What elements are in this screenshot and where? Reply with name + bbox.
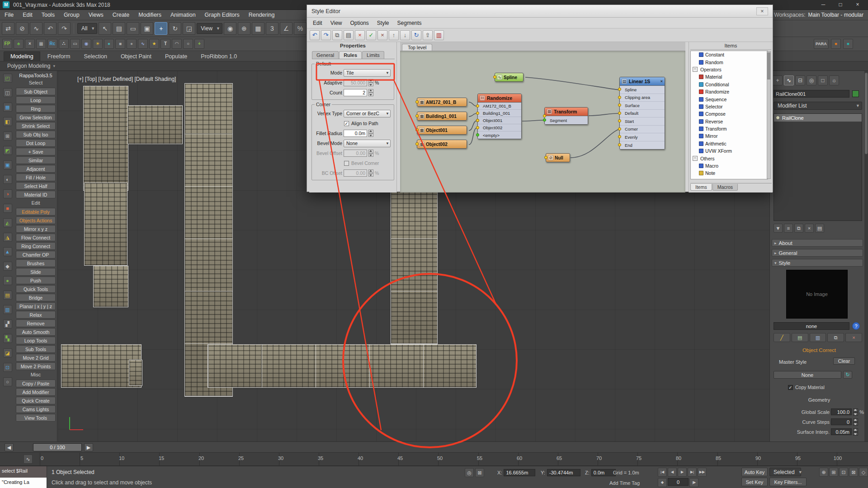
- left-toolbar-icon[interactable]: ⊡: [3, 363, 12, 372]
- item-note[interactable]: Note: [691, 169, 768, 177]
- menu-item[interactable]: Graph Editors: [200, 10, 244, 20]
- select-and-scale-icon[interactable]: ◲: [183, 22, 195, 35]
- input-port[interactable]: [618, 96, 621, 99]
- play-animation-icon[interactable]: ▶: [678, 468, 687, 477]
- next-key-icon[interactable]: |▶: [689, 478, 698, 487]
- rectangular-selection-icon[interactable]: ▭: [127, 22, 139, 35]
- modify-tab-icon[interactable]: ∿: [784, 75, 794, 85]
- item-compose[interactable]: Compose: [691, 110, 768, 117]
- left-toolbar-icon[interactable]: ◫: [3, 88, 12, 97]
- copy-material-checkbox[interactable]: ✓ Copy Material: [788, 385, 825, 390]
- item-selector[interactable]: Selector: [691, 103, 768, 110]
- items-panel-tab[interactable]: Items: [690, 184, 712, 191]
- custom-toolbar-icon[interactable]: ■: [115, 39, 125, 49]
- rappatools-button[interactable]: Objects Actions: [16, 216, 56, 224]
- canvas-tab-top-level[interactable]: Top level: [402, 44, 432, 51]
- workspace-selector[interactable]: Workspaces: Main Toolbar - modular: [774, 12, 863, 18]
- field-of-view-icon[interactable]: ◇: [859, 468, 868, 477]
- left-toolbar-icon[interactable]: ▞: [3, 319, 12, 328]
- node-input-row[interactable]: Object002: [478, 124, 521, 131]
- custom-toolbar-icon[interactable]: ∴: [59, 39, 69, 49]
- building-tile[interactable]: [84, 183, 127, 266]
- style-map-name-field[interactable]: none: [774, 322, 849, 330]
- node-canvas[interactable]: ∿ Spline ▦ AM172_001_B: [400, 51, 685, 192]
- node-input-row[interactable]: Corner: [620, 126, 665, 134]
- rappatools-button[interactable]: Copy / Paste: [16, 380, 56, 387]
- set-key-selection-dropdown[interactable]: Selected▼: [769, 468, 801, 476]
- properties-tab[interactable]: Limits: [362, 51, 384, 59]
- menu-item[interactable]: Rendering: [244, 10, 279, 20]
- style-editor-menu-item[interactable]: Edit: [309, 18, 326, 28]
- custom-toolbar-icon[interactable]: FP: [2, 39, 12, 49]
- global-scale-field[interactable]: 100.0: [831, 408, 852, 415]
- output-port[interactable]: [493, 75, 496, 79]
- redo-icon[interactable]: ↷: [321, 30, 331, 40]
- use-pivot-center-icon[interactable]: ◉: [224, 22, 236, 35]
- rappatools-button[interactable]: Adjacent: [16, 165, 56, 173]
- rappatools-button[interactable]: Push: [16, 277, 56, 284]
- zoom-extents-all-icon[interactable]: ⊠: [849, 468, 858, 477]
- align-to-path-checkbox[interactable]: ✓: [344, 121, 349, 126]
- node-input-row[interactable]: AM172_001_B: [478, 103, 521, 110]
- item-material[interactable]: Material: [691, 73, 768, 80]
- orange-tool-icon[interactable]: ■: [831, 39, 841, 49]
- custom-toolbar-icon[interactable]: ♣: [14, 39, 24, 49]
- listener-script-line[interactable]: "Creating La: [0, 478, 47, 488]
- close-icon[interactable]: ×: [756, 7, 768, 15]
- output-port[interactable]: [415, 114, 419, 117]
- left-toolbar-icon[interactable]: ●: [3, 276, 12, 285]
- node-input-row[interactable]: End: [620, 141, 665, 150]
- item-transform[interactable]: Transform: [691, 125, 768, 132]
- custom-toolbar-icon[interactable]: ★: [149, 39, 159, 49]
- display-tab-icon[interactable]: □: [818, 75, 828, 85]
- rappatools-button[interactable]: Chamfer OP: [16, 251, 56, 258]
- go-to-end-icon[interactable]: ▶▶: [698, 468, 707, 477]
- viewport-label[interactable]: [+] [Top] [User Defined] [Default Shadin…: [77, 76, 176, 82]
- modifier-list-dropdown[interactable]: Modifier List▼: [774, 102, 862, 110]
- rappatools-button[interactable]: Similar: [16, 156, 56, 164]
- left-toolbar-icon[interactable]: ◧: [3, 117, 12, 126]
- building-strip[interactable]: [391, 191, 438, 344]
- left-toolbar-icon[interactable]: ○: [3, 377, 12, 386]
- rappatools-button[interactable]: Grow Selection: [16, 113, 56, 121]
- ribbon-tab[interactable]: ProRibbon 1.0: [194, 52, 243, 61]
- node-input-row[interactable]: Object001: [478, 117, 521, 124]
- custom-toolbar-icon[interactable]: ▭: [70, 39, 80, 49]
- rollout-general[interactable]: ▸ General: [772, 249, 863, 257]
- node-input-row[interactable]: Surface: [620, 102, 665, 110]
- custom-toolbar-icon[interactable]: +: [194, 39, 204, 49]
- item-conditional[interactable]: Conditional: [691, 81, 768, 88]
- sync-icon[interactable]: ↻: [843, 371, 852, 379]
- custom-toolbar-icon[interactable]: ×: [25, 39, 35, 49]
- redo-icon[interactable]: ↷: [58, 22, 71, 35]
- node-input-row[interactable]: Default: [620, 110, 665, 118]
- checkbox-icon[interactable]: ✓: [788, 385, 793, 390]
- item-uvw-xform[interactable]: UVW XForm: [691, 147, 768, 155]
- node-input-row[interactable]: Evenly: [620, 133, 665, 141]
- rappatools-button[interactable]: Ring Connect: [16, 242, 56, 250]
- item-reverse[interactable]: Reverse: [691, 118, 768, 125]
- style-editor-menu-item[interactable]: Style: [373, 18, 393, 28]
- rappatools-button[interactable]: Add Modifier: [16, 388, 56, 396]
- input-port[interactable]: [618, 112, 621, 115]
- spinner[interactable]: [368, 130, 373, 137]
- output-port[interactable]: [415, 142, 419, 145]
- angle-snap-icon[interactable]: ∠: [280, 22, 292, 35]
- item-arithmetic[interactable]: Arithmetic: [691, 140, 768, 147]
- items-group-operators[interactable]: Operators: [691, 66, 768, 73]
- remove-modifier-icon[interactable]: ×: [805, 224, 814, 233]
- ribbon-tab[interactable]: Populate: [159, 52, 193, 61]
- rappatools-button[interactable]: Quick Create: [16, 397, 56, 404]
- configure-modifier-sets-icon[interactable]: ▤: [815, 224, 824, 233]
- rappatools-button[interactable]: Slide: [16, 268, 56, 276]
- adaptive-field[interactable]: 50.000: [344, 79, 367, 86]
- custom-toolbar-icon[interactable]: ▦: [36, 39, 46, 49]
- object-color-swatch[interactable]: [852, 90, 859, 97]
- input-port[interactable]: [618, 103, 621, 107]
- zoom-all-icon[interactable]: ⊞: [829, 468, 838, 477]
- select-by-name-icon[interactable]: ▤: [113, 22, 125, 35]
- current-frame-field[interactable]: 0: [668, 478, 689, 486]
- rappatools-button[interactable]: Auto Smooth: [16, 328, 56, 336]
- ribbon-tab[interactable]: Selection: [77, 52, 113, 61]
- export-icon[interactable]: ⇧: [423, 30, 433, 40]
